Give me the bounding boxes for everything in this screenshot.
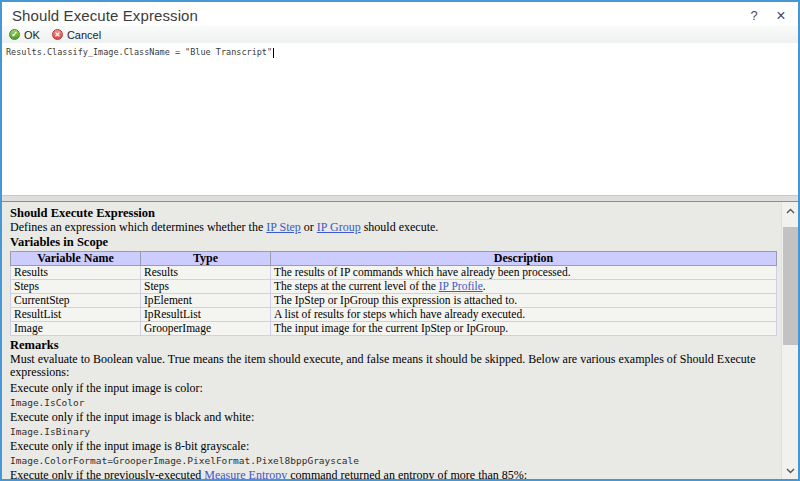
cell-type: Steps [141, 280, 271, 294]
remarks-heading: Remarks [10, 339, 777, 352]
cell-type: IpElement [141, 294, 271, 308]
example-block: Execute only if the input image is black… [10, 411, 777, 437]
cell-desc: A list of results for steps which have a… [271, 308, 777, 322]
cancel-button-label: Cancel [67, 29, 101, 41]
link-ip-profile[interactable]: IP Profile [439, 280, 483, 292]
cell-desc: The IpStep or IpGroup this expression is… [271, 294, 777, 308]
text-caret [273, 48, 274, 58]
example-code: Image.ColorFormat=GrooperImage.PixelForm… [10, 455, 777, 466]
example-block: Execute only if the input image is 8-bit… [10, 440, 777, 466]
help-heading: Should Execute Expression [10, 207, 777, 220]
cell-name: Results [11, 266, 141, 280]
toolbar: ✓ OK ✕ Cancel [2, 26, 798, 43]
intro-text: should execute. [361, 220, 439, 234]
col-header-type: Type [141, 252, 271, 266]
window-title: Should Execute Expression [12, 7, 740, 24]
example-code: Image.IsBinary [10, 426, 777, 437]
example-label: Execute only if the previously-executed … [10, 469, 777, 479]
table-row: Steps Steps The steps at the current lev… [11, 280, 777, 294]
cell-type: GrooperImage [141, 322, 271, 336]
help-icon[interactable]: ? [740, 8, 768, 23]
table-header-row: Variable Name Type Description [11, 252, 777, 266]
example-label: Execute only if the input image is color… [10, 382, 777, 395]
example-block: Execute only if the input image is color… [10, 382, 777, 408]
example-block: Execute only if the previously-executed … [10, 469, 777, 479]
cell-desc-text: . [483, 280, 486, 292]
help-panel: Should Execute Expression Defines an exp… [2, 202, 798, 479]
table-row: Results Results The results of IP comman… [11, 266, 777, 280]
example-code: Image.IsColor [10, 397, 777, 408]
scroll-up-icon[interactable] [782, 202, 798, 219]
cancel-button[interactable]: ✕ Cancel [52, 29, 101, 41]
scrollbar-thumb[interactable] [783, 227, 798, 345]
cell-type: IpResultList [141, 308, 271, 322]
cell-name: Steps [11, 280, 141, 294]
example-label: Execute only if the input image is 8-bit… [10, 440, 777, 453]
scroll-down-icon[interactable] [782, 462, 798, 479]
ok-button[interactable]: ✓ OK [9, 29, 40, 41]
cell-desc: The input image for the current IpStep o… [271, 322, 777, 336]
expression-editor-input[interactable]: Results.Classify_Image.ClassName = "Blue… [2, 43, 798, 195]
close-icon[interactable]: × [768, 9, 794, 22]
link-ip-group[interactable]: IP Group [317, 220, 361, 234]
splitter-bar[interactable] [2, 195, 798, 202]
title-bar: Should Execute Expression ? × [2, 2, 798, 26]
cell-name: Image [11, 322, 141, 336]
ok-button-label: OK [24, 29, 40, 41]
cancel-x-icon: ✕ [52, 29, 63, 40]
example-label-text: Execute only if the previously-executed [10, 468, 204, 479]
cell-name: CurrentStep [11, 294, 141, 308]
example-label: Execute only if the input image is black… [10, 411, 777, 424]
cell-desc: The steps at the current level of the IP… [271, 280, 777, 294]
link-ip-step[interactable]: IP Step [266, 220, 301, 234]
help-intro: Defines an expression which determines w… [10, 221, 777, 234]
intro-text: Defines an expression which determines w… [10, 220, 266, 234]
variables-table: Variable Name Type Description Results R… [10, 251, 777, 336]
table-row: CurrentStep IpElement The IpStep or IpGr… [11, 294, 777, 308]
scrollbar-track[interactable] [782, 219, 798, 462]
table-row: ResultList IpResultList A list of result… [11, 308, 777, 322]
ok-check-icon: ✓ [9, 29, 20, 40]
cell-type: Results [141, 266, 271, 280]
example-label-text: command returned an entropy of more than… [287, 468, 527, 479]
col-header-description: Description [271, 252, 777, 266]
help-content: Should Execute Expression Defines an exp… [2, 202, 781, 479]
cell-desc: The results of IP commands which have al… [271, 266, 777, 280]
link-measure-entropy[interactable]: Measure Entropy [204, 468, 287, 479]
remarks-text: Must evaluate to Boolean value. True mea… [10, 353, 777, 379]
col-header-variable-name: Variable Name [11, 252, 141, 266]
table-row: Image GrooperImage The input image for t… [11, 322, 777, 336]
vertical-scrollbar[interactable] [781, 202, 798, 479]
cell-name: ResultList [11, 308, 141, 322]
intro-text: or [301, 220, 317, 234]
cell-desc-text: The steps at the current level of the [274, 280, 439, 292]
variables-heading: Variables in Scope [10, 236, 777, 249]
expression-text: Results.Classify_Image.ClassName = "Blue… [6, 47, 272, 57]
dialog-window: Should Execute Expression ? × ✓ OK ✕ Can… [0, 0, 800, 481]
